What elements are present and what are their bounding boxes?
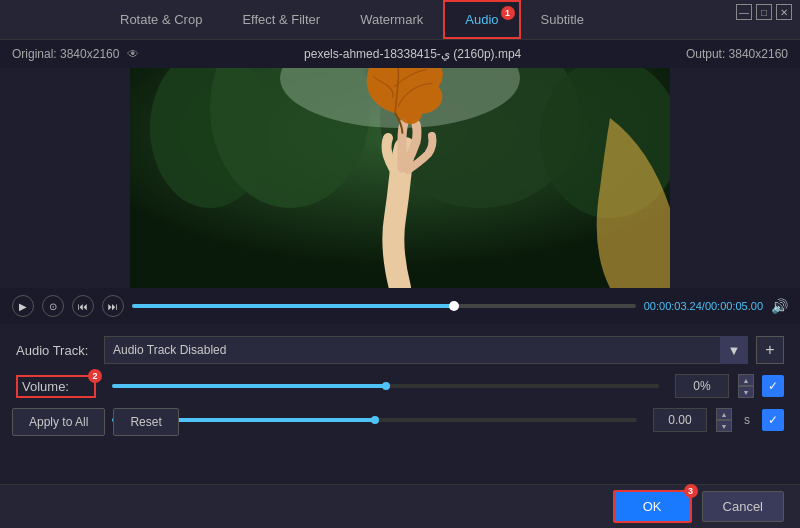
tab-subtitle[interactable]: Subtitle bbox=[521, 0, 604, 39]
ok-badge: 3 bbox=[684, 484, 698, 498]
delay-value[interactable] bbox=[653, 408, 707, 432]
delay-spinner: ▲ ▼ bbox=[716, 408, 732, 432]
original-resolution: Original: 3840x2160 bbox=[12, 47, 119, 61]
ok-button[interactable]: OK 3 bbox=[613, 490, 692, 523]
volume-icon[interactable]: 🔊 bbox=[771, 298, 788, 314]
player-controls: ▶ ⊙ ⏮ ⏭ 00:00:03.24/00:00:05.00 🔊 bbox=[0, 288, 800, 324]
cancel-button[interactable]: Cancel bbox=[702, 491, 784, 522]
volume-spinner: ▲ ▼ bbox=[738, 374, 754, 398]
minimize-button[interactable]: — bbox=[736, 4, 752, 20]
delay-slider[interactable] bbox=[112, 418, 637, 422]
delay-check-icon[interactable]: ✓ bbox=[762, 409, 784, 431]
volume-slider[interactable] bbox=[112, 384, 659, 388]
volume-handle bbox=[382, 382, 390, 390]
filename-label: pexels-ahmed-ي-18338415 (2160p).mp4 bbox=[139, 47, 685, 61]
reset-button[interactable]: Reset bbox=[113, 408, 178, 436]
volume-badge: 2 bbox=[88, 369, 102, 383]
delay-up[interactable]: ▲ bbox=[716, 408, 732, 420]
tab-bar: Rotate & Crop Effect & Filter Watermark … bbox=[0, 0, 800, 40]
volume-label: Volume: 2 bbox=[16, 375, 96, 398]
next-button[interactable]: ⏭ bbox=[102, 295, 124, 317]
audio-track-label: Audio Track: bbox=[16, 343, 96, 358]
volume-row: Volume: 2 ▲ ▼ ✓ bbox=[16, 374, 784, 398]
video-preview bbox=[130, 68, 670, 288]
volume-fill bbox=[112, 384, 386, 388]
volume-value[interactable] bbox=[675, 374, 729, 398]
track-select-wrapper: Audio Track Disabled ▼ bbox=[104, 336, 748, 364]
apply-to-all-button[interactable]: Apply to All bbox=[12, 408, 105, 436]
close-button[interactable]: ✕ bbox=[776, 4, 792, 20]
volume-check-icon[interactable]: ✓ bbox=[762, 375, 784, 397]
volume-up[interactable]: ▲ bbox=[738, 374, 754, 386]
delay-handle bbox=[371, 416, 379, 424]
tab-effect-filter[interactable]: Effect & Filter bbox=[222, 0, 340, 39]
maximize-button[interactable]: □ bbox=[756, 4, 772, 20]
info-bar: Original: 3840x2160 👁 pexels-ahmed-ي-183… bbox=[0, 40, 800, 68]
eye-icon[interactable]: 👁 bbox=[127, 47, 139, 61]
progress-handle bbox=[449, 301, 459, 311]
delay-down[interactable]: ▼ bbox=[716, 420, 732, 432]
add-track-button[interactable]: + bbox=[756, 336, 784, 364]
tab-audio[interactable]: Audio 1 bbox=[443, 0, 520, 39]
progress-fill bbox=[132, 304, 454, 308]
action-row: Apply to All Reset bbox=[12, 408, 179, 436]
controls-panel: Audio Track: Audio Track Disabled ▼ + Vo… bbox=[0, 324, 800, 484]
title-bar: — □ ✕ bbox=[728, 0, 800, 24]
time-display: 00:00:03.24/00:00:05.00 bbox=[644, 300, 763, 312]
output-resolution: Output: 3840x2160 bbox=[686, 47, 788, 61]
volume-down[interactable]: ▼ bbox=[738, 386, 754, 398]
prev-button[interactable]: ⏮ bbox=[72, 295, 94, 317]
audio-track-row: Audio Track: Audio Track Disabled ▼ + bbox=[16, 336, 784, 364]
video-placeholder bbox=[130, 68, 670, 288]
stop-button[interactable]: ⊙ bbox=[42, 295, 64, 317]
play-button[interactable]: ▶ bbox=[12, 295, 34, 317]
footer: OK 3 Cancel bbox=[0, 484, 800, 528]
progress-bar[interactable] bbox=[132, 304, 636, 308]
tab-audio-badge: 1 bbox=[501, 6, 515, 20]
tab-rotate-crop[interactable]: Rotate & Crop bbox=[100, 0, 222, 39]
tab-watermark[interactable]: Watermark bbox=[340, 0, 443, 39]
delay-unit: s bbox=[744, 413, 750, 427]
audio-track-select[interactable]: Audio Track Disabled bbox=[104, 336, 748, 364]
